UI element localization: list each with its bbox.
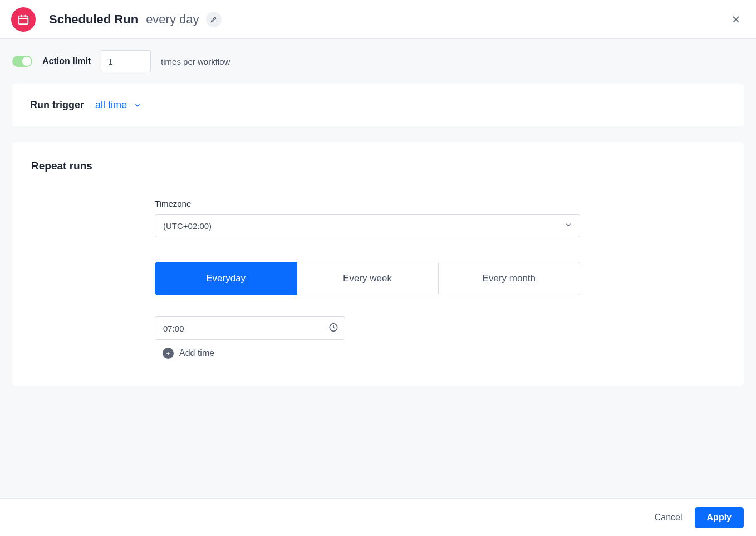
cancel-button[interactable]: Cancel bbox=[655, 513, 683, 523]
add-time-button[interactable]: Add time bbox=[155, 348, 214, 359]
segment-every-month[interactable]: Every month bbox=[439, 262, 580, 295]
run-trigger-dropdown[interactable]: all time bbox=[95, 99, 141, 111]
timezone-select[interactable]: (UTC+02:00) bbox=[155, 214, 580, 237]
dialog-header: Scheduled Run every day bbox=[0, 0, 756, 39]
action-limit-toggle[interactable] bbox=[12, 56, 32, 67]
repeat-runs-title: Repeat runs bbox=[31, 160, 725, 172]
segment-everyday[interactable]: Everyday bbox=[155, 262, 297, 295]
time-input[interactable] bbox=[155, 316, 345, 340]
action-limit-suffix: times per workflow bbox=[161, 57, 230, 66]
close-button[interactable] bbox=[727, 11, 745, 28]
timezone-label: Timezone bbox=[155, 199, 725, 208]
apply-button[interactable]: Apply bbox=[695, 507, 744, 528]
action-limit-label: Action limit bbox=[42, 56, 91, 66]
dialog-body: Action limit times per workflow Run trig… bbox=[0, 39, 756, 498]
action-limit-input[interactable] bbox=[101, 50, 151, 72]
run-trigger-label: Run trigger bbox=[30, 99, 84, 111]
frequency-segment-group: Everyday Every week Every month bbox=[155, 262, 580, 295]
run-trigger-value: all time bbox=[95, 99, 127, 111]
action-limit-row: Action limit times per workflow bbox=[0, 39, 756, 84]
chevron-down-icon bbox=[134, 101, 141, 109]
dialog-title: Scheduled Run bbox=[49, 12, 138, 27]
run-trigger-card: Run trigger all time bbox=[12, 84, 744, 126]
segment-every-week[interactable]: Every week bbox=[297, 262, 438, 295]
timezone-value: (UTC+02:00) bbox=[163, 221, 212, 231]
edit-title-button[interactable] bbox=[206, 12, 222, 27]
plus-icon bbox=[163, 348, 174, 359]
add-time-label: Add time bbox=[179, 348, 214, 358]
close-icon bbox=[730, 14, 742, 25]
calendar-icon bbox=[11, 7, 36, 32]
pencil-icon bbox=[210, 16, 218, 23]
svg-rect-0 bbox=[19, 16, 28, 24]
repeat-runs-card: Repeat runs Timezone (UTC+02:00) Everyda… bbox=[12, 142, 744, 386]
dialog-footer: Cancel Apply bbox=[0, 498, 756, 536]
dialog-subtitle: every day bbox=[146, 12, 199, 27]
